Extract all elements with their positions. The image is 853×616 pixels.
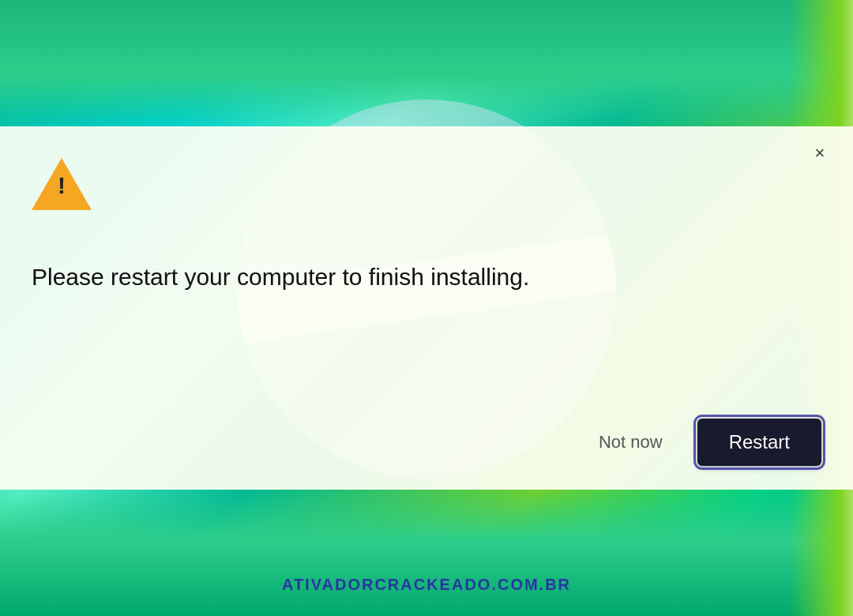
dialog-header — [32, 150, 821, 213]
not-now-button[interactable]: Not now — [583, 423, 678, 462]
watermark: ATIVADORCRACKEADO.COM.BR — [282, 576, 571, 594]
close-button[interactable]: × — [806, 139, 834, 167]
dialog-content: Please restart your computer to finish i… — [32, 150, 821, 466]
dialog-message: Please restart your computer to finish i… — [32, 261, 821, 403]
dialog-buttons: Not now Restart — [32, 403, 821, 466]
warning-icon — [32, 158, 92, 213]
restart-button[interactable]: Restart — [697, 419, 821, 466]
bottom-stripe — [0, 490, 853, 616]
warning-triangle-icon — [32, 158, 92, 210]
dialog-box: × Please restart your computer to finish… — [0, 126, 853, 490]
